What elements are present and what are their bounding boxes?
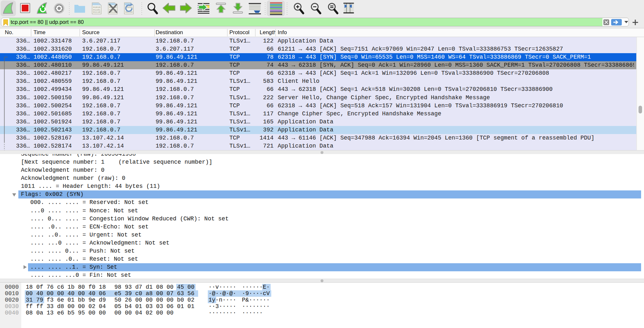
svg-text:01110: 01110 [93,11,101,14]
